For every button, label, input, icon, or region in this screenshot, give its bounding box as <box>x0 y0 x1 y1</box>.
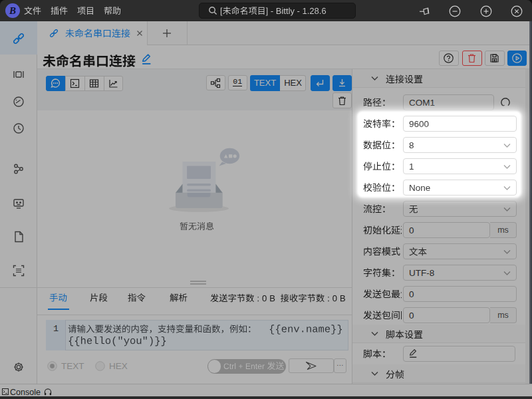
svg-text:B: B <box>9 5 16 16</box>
